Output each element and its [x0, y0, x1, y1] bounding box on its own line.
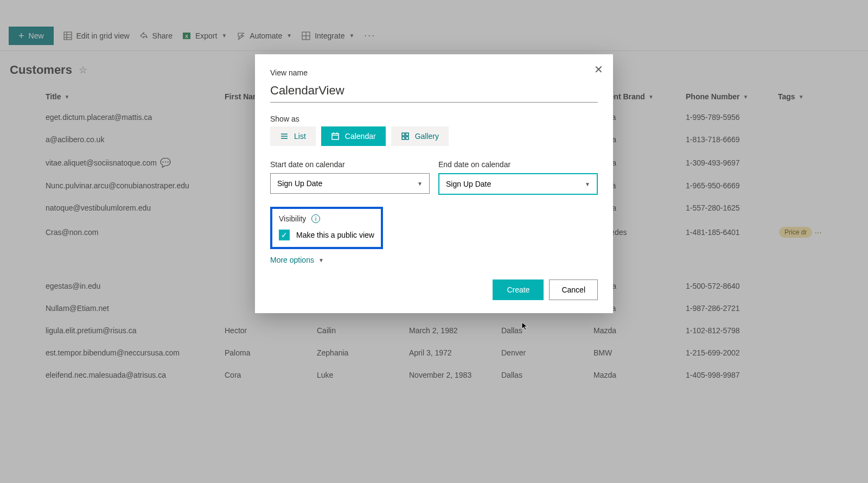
- view-name-label: View name: [270, 68, 598, 77]
- show-as-list[interactable]: List: [270, 126, 316, 146]
- start-date-label: Start date on calendar: [270, 160, 430, 169]
- show-as-label: Show as: [270, 115, 598, 123]
- show-as-calendar[interactable]: Calendar: [321, 126, 386, 146]
- svg-rect-17: [406, 133, 409, 136]
- more-options-link[interactable]: More options ▼: [270, 256, 598, 264]
- chevron-down-icon: ▼: [318, 257, 324, 263]
- create-button[interactable]: Create: [493, 279, 544, 300]
- public-view-label: Make this a public view: [296, 231, 374, 239]
- end-date-label: End date on calendar: [438, 160, 598, 169]
- show-as-gallery[interactable]: Gallery: [391, 126, 449, 146]
- modal-overlay: ✕ View name Show as List Calendar Galler…: [0, 0, 868, 483]
- svg-rect-18: [402, 137, 405, 139]
- cancel-button[interactable]: Cancel: [549, 279, 598, 300]
- chevron-down-icon: ▼: [417, 181, 423, 187]
- cursor-icon: [521, 322, 529, 333]
- svg-rect-12: [332, 134, 339, 139]
- info-icon[interactable]: i: [311, 214, 320, 223]
- list-icon: [280, 132, 289, 141]
- public-view-checkbox-row[interactable]: ✓ Make this a public view: [279, 230, 374, 240]
- view-name-input[interactable]: [270, 80, 598, 103]
- checkbox-checked-icon: ✓: [279, 230, 290, 240]
- create-view-dialog: ✕ View name Show as List Calendar Galler…: [255, 54, 613, 313]
- start-date-select[interactable]: Sign Up Date ▼: [270, 173, 430, 194]
- visibility-label: Visibility: [279, 214, 306, 223]
- chevron-down-icon: ▼: [585, 181, 590, 187]
- end-date-select[interactable]: Sign Up Date ▼: [438, 173, 598, 195]
- close-button[interactable]: ✕: [594, 63, 603, 76]
- gallery-icon: [401, 132, 410, 141]
- svg-rect-16: [402, 133, 405, 136]
- calendar-icon: [331, 132, 340, 141]
- visibility-highlight: Visibility i ✓ Make this a public view: [270, 207, 383, 249]
- svg-rect-19: [406, 137, 409, 139]
